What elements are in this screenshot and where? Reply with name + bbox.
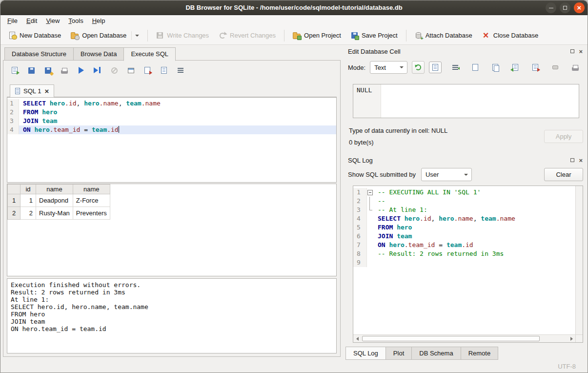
row-number[interactable]: 1 — [8, 194, 20, 207]
cell[interactable]: Rusty-Man — [36, 207, 73, 220]
scroll-left-button[interactable] — [353, 335, 361, 342]
save-sql-file-icon — [28, 67, 35, 74]
close-dock-icon[interactable] — [579, 158, 583, 163]
token-kw: SELECT — [23, 100, 46, 107]
token-tbl: hero — [84, 100, 99, 107]
cell-editor[interactable]: NULL — [353, 84, 579, 118]
chevron-down-icon — [464, 174, 468, 176]
new-content-button[interactable] — [469, 62, 482, 73]
auto-refresh-button[interactable] — [412, 61, 425, 74]
apply-button: Apply — [544, 130, 583, 143]
token-kw: ON — [23, 126, 31, 133]
execute-all-button[interactable] — [76, 65, 86, 75]
execute-current-line-button[interactable] — [93, 65, 102, 75]
edit-cell-toolbar: Mode: Text — [348, 61, 582, 74]
close-window-button[interactable] — [574, 2, 585, 13]
token-pl — [401, 215, 405, 222]
token-tbl: team — [126, 100, 141, 107]
cell[interactable]: Preventers — [73, 207, 110, 220]
close-dock-icon[interactable] — [579, 49, 583, 54]
cell[interactable]: Z-Force — [73, 194, 110, 207]
word-wrap-button[interactable] — [449, 62, 462, 73]
print-cell-button[interactable] — [569, 62, 582, 73]
tab-remote[interactable]: Remote — [461, 347, 499, 360]
scrollbar-thumb[interactable] — [362, 336, 540, 341]
close-tab-icon[interactable] — [44, 88, 49, 94]
stop-execution-button — [109, 65, 119, 75]
open-sql-file-button[interactable] — [10, 65, 20, 75]
column-header[interactable]: name — [73, 185, 110, 194]
save-sql-as-button[interactable] — [43, 65, 53, 75]
save-sql-file-button[interactable] — [26, 65, 36, 75]
write-changes-icon — [157, 32, 163, 39]
code-line: 1-- EXECUTING ALL IN 'SQL 1' — [353, 188, 575, 197]
toolbar-separator — [406, 30, 406, 41]
sql-tab[interactable]: SQL 1 — [10, 84, 54, 97]
vertical-scrollbar[interactable] — [575, 186, 583, 334]
auto-format-button[interactable] — [159, 65, 169, 75]
menu-tools[interactable]: Tools — [64, 16, 87, 25]
text-view-button[interactable] — [429, 62, 442, 73]
table-row: 11DeadpondZ-Force — [8, 194, 110, 207]
export-cell-button[interactable] — [529, 62, 542, 73]
sql-editor[interactable]: 1SELECT hero.id, hero.name, team.name2FR… — [7, 97, 337, 183]
print-sql-button[interactable] — [60, 65, 69, 75]
code-text: FROM hero — [374, 223, 575, 232]
clear-log-button[interactable]: Clear — [544, 168, 583, 181]
new-database-button[interactable]: New Database — [4, 29, 65, 42]
fold-marker-icon[interactable] — [367, 188, 374, 197]
code-text: ON hero.team_id = team.id — [374, 241, 575, 249]
save-project-icon — [351, 32, 358, 39]
minimize-icon — [549, 8, 553, 8]
tab-sql-log[interactable]: SQL Log — [345, 347, 386, 360]
submitted-by-select[interactable]: User — [421, 168, 472, 181]
cell[interactable]: 2 — [20, 207, 36, 220]
import-cell-button[interactable] — [509, 62, 522, 73]
open-database-button[interactable]: Open Database — [66, 28, 143, 43]
code-text: -- Result: 2 rows returned in 3ms — [374, 249, 575, 258]
tab-db-schema[interactable]: DB Schema — [412, 347, 461, 360]
menu-view[interactable]: View — [41, 16, 64, 25]
attach-database-button[interactable]: Attach Database — [410, 29, 477, 42]
token-kw: SELECT — [378, 215, 401, 222]
float-dock-icon[interactable] — [570, 49, 574, 53]
code-line: 8-- Result: 2 rows returned in 3ms — [353, 249, 575, 258]
tab-browse-data[interactable]: Browse Data — [73, 47, 123, 61]
menu-file[interactable]: File — [3, 16, 22, 25]
float-dock-icon[interactable] — [570, 158, 574, 162]
row-number[interactable]: 2 — [8, 207, 20, 220]
maximize-button[interactable] — [560, 2, 570, 13]
menu-help[interactable]: Help — [88, 16, 110, 25]
code-line: 5FROM hero — [353, 223, 575, 232]
set-null-button[interactable] — [549, 62, 562, 73]
copy-cell-button[interactable] — [489, 62, 502, 73]
execution-message-pane: Execution finished without errors. Resul… — [7, 278, 337, 353]
menu-edit[interactable]: Edit — [22, 16, 41, 25]
sql-tab-bar: SQL 1 — [7, 83, 337, 97]
open-query-tab-button[interactable] — [126, 65, 136, 75]
text-caret — [119, 126, 119, 133]
save-project-button[interactable]: Save Project — [346, 29, 402, 42]
open-project-button[interactable]: Open Project — [288, 29, 345, 42]
toolbar-button-label: Close Database — [493, 32, 539, 39]
encoding-indicator: UTF-8 — [558, 363, 576, 370]
tab-plot[interactable]: Plot — [386, 347, 412, 360]
maximize-icon — [563, 6, 567, 10]
code-text: -- EXECUTING ALL IN 'SQL 1' — [374, 188, 575, 197]
column-header[interactable]: name — [36, 185, 73, 194]
line-number: 1 — [7, 99, 19, 108]
export-results-button[interactable] — [142, 65, 152, 75]
close-database-button[interactable]: Close Database — [478, 29, 543, 42]
title-bar[interactable]: DB Browser for SQLite - /home/user/code/… — [0, 0, 588, 15]
cell[interactable]: Deadpond — [36, 194, 73, 207]
tab-execute-sql[interactable]: Execute SQL — [123, 47, 176, 61]
cell[interactable]: 1 — [20, 194, 36, 207]
fold-column — [367, 258, 374, 267]
tab-database-structure[interactable]: Database Structure — [4, 47, 73, 61]
scroll-right-button[interactable] — [568, 335, 575, 342]
toggle-line-format-button[interactable] — [176, 65, 185, 75]
mode-select[interactable]: Text — [370, 61, 407, 74]
horizontal-scrollbar[interactable] — [353, 334, 575, 342]
column-header[interactable]: id — [20, 185, 36, 194]
minimize-button[interactable] — [546, 2, 556, 13]
